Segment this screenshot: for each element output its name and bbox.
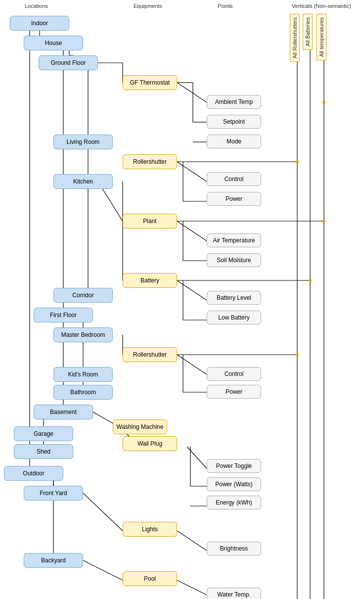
location-bathroom[interactable]: Bathroom [53,385,113,400]
svg-point-71 [296,353,299,356]
equipment-pool[interactable]: Pool [123,571,177,586]
point-low-battery[interactable]: Low Battery [207,311,261,324]
verticals-header: Verticals (Non-semantic) [282,3,361,9]
svg-point-70 [296,160,299,163]
point-brightness[interactable]: Brightness [207,542,261,555]
point-air-temperature[interactable]: Air Temperature [207,233,261,247]
svg-line-7 [177,83,207,102]
point-control2[interactable]: Control [207,367,261,381]
equipment-washing-machine[interactable]: Washing Machine [113,419,167,434]
svg-line-49 [187,447,207,468]
point-setpoint[interactable]: Setpoint [207,115,261,129]
point-battery-level[interactable]: Battery Level [207,291,261,305]
point-soil-moisture[interactable]: Soil Moisture [207,253,261,267]
point-power-toggle[interactable]: Power Toggle [207,459,261,473]
point-energy-kwh[interactable]: Energy (kWh) [207,496,261,509]
svg-line-21 [177,221,207,241]
points-header: Points [218,3,233,9]
location-ground-floor[interactable]: Ground Floor [39,55,98,70]
vertical-batteries: All Batteries [303,14,315,50]
equipment-rollershutter1[interactable]: Rollershutter [123,154,177,169]
locations-header: Locations [25,3,48,9]
location-front-yard[interactable]: Front Yard [24,486,83,501]
equipment-rollershutter2[interactable]: Rollershutter [123,347,177,362]
location-living-room[interactable]: Living Room [53,135,113,149]
location-kitchen[interactable]: Kitchen [53,174,113,189]
vertical-temperatures: All temperatures [317,14,328,60]
location-first-floor[interactable]: First Floor [34,308,93,323]
svg-point-74 [322,220,325,223]
equipments-header: Equipments [134,3,162,9]
equipment-battery[interactable]: Battery [123,273,177,288]
location-outdoor[interactable]: Outdoor [4,466,63,481]
location-shed[interactable]: Shed [14,444,73,459]
point-control1[interactable]: Control [207,172,261,186]
svg-line-62 [177,531,207,551]
point-power-watts[interactable]: Power (Watts) [207,477,261,491]
location-backyard[interactable]: Backyard [24,553,83,568]
point-power2[interactable]: Power [207,385,261,399]
equipment-wall-plug[interactable]: Wall Plug [123,436,177,451]
location-basement[interactable]: Basement [34,405,93,419]
equipment-lights[interactable]: Lights [123,522,177,537]
svg-line-37 [177,355,207,374]
equipment-plant[interactable]: Plant [123,214,177,229]
vertical-rollershutters: All Rollershutters [290,14,302,62]
location-kids-room[interactable]: Kid's Room [53,367,113,382]
location-corridor[interactable]: Corridor [53,288,113,303]
equipment-gf-thermostat[interactable]: GF Thermostat [123,75,177,90]
point-power1[interactable]: Power [207,192,261,206]
svg-line-26 [177,280,207,300]
location-garage[interactable]: Garage [14,426,73,441]
svg-point-73 [322,101,325,104]
svg-point-72 [309,279,312,282]
svg-line-61 [83,493,123,531]
point-ambient-temp[interactable]: Ambient Temp [207,95,261,109]
svg-line-14 [177,162,207,182]
point-water-temp[interactable]: Water Temp. [207,588,261,599]
svg-line-65 [83,560,123,580]
location-master-bedroom[interactable]: Master Bedroom [53,327,113,342]
point-mode[interactable]: Mode [207,135,261,148]
location-house[interactable]: House [24,36,83,50]
diagram-container: Locations Equipments Points Verticals (N… [0,0,364,599]
location-indoor[interactable]: Indoor [10,16,69,31]
svg-line-66 [177,580,207,595]
